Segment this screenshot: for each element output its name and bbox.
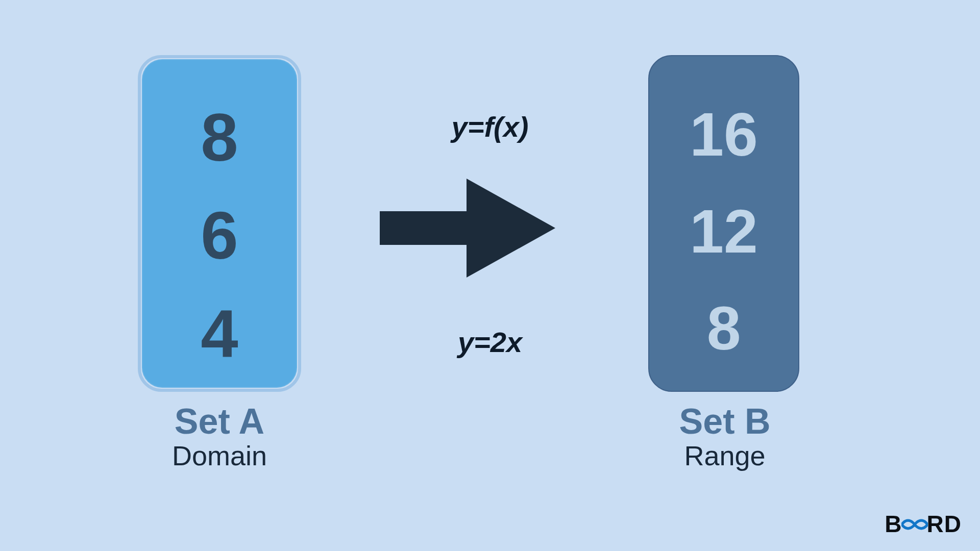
brand-logo: B RD — [885, 510, 962, 538]
set-b-value-1: 12 — [690, 193, 757, 269]
set-a-value-1: 6 — [201, 197, 238, 274]
logo-text-left: B — [885, 510, 902, 538]
set-b-value-2: 8 — [707, 290, 741, 366]
diagram-stage: 8 6 4 Set A Domain y=f(x) y=2x 16 12 8 S… — [0, 0, 980, 551]
set-b-box: 16 12 8 — [648, 55, 799, 392]
set-a-subtitle: Domain — [112, 440, 327, 471]
equation-top: y=f(x) — [0, 110, 980, 143]
set-b-subtitle: Range — [618, 440, 832, 471]
equation-bottom: y=2x — [0, 325, 980, 359]
logo-text-right: RD — [927, 510, 962, 538]
arrow-icon — [380, 179, 555, 278]
infinity-icon — [902, 510, 927, 538]
set-b-title: Set B — [618, 401, 832, 442]
set-b-label-block: Set B Range — [618, 401, 832, 471]
set-a-label-block: Set A Domain — [112, 401, 327, 471]
set-a-title: Set A — [112, 401, 327, 442]
set-b-value-0: 16 — [690, 96, 757, 172]
